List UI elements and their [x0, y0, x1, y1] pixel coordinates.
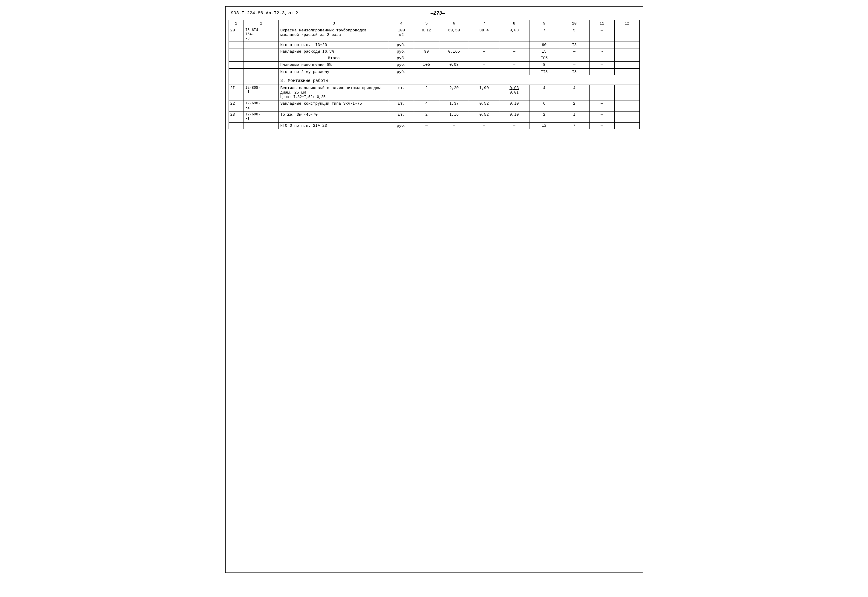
cell-row23-col1: 23 — [228, 111, 243, 123]
header-col9: 9 — [529, 20, 559, 27]
header-col2: 2 — [243, 20, 278, 27]
nakladnie-col3: Накладные расходы I6,5% — [279, 48, 389, 55]
cell-row21-col9: 4 — [529, 85, 559, 101]
table-row: 2I I2-808--I Вентиль сальниковый с эл.ма… — [228, 85, 640, 101]
plan-col2 — [243, 62, 278, 68]
section3-col3: 3. Монтажные работы — [279, 75, 389, 85]
section2-total-col12 — [614, 68, 640, 75]
final-total-col9: I2 — [529, 123, 559, 129]
header-col7: 7 — [469, 20, 499, 27]
cell-row22-col1: 22 — [228, 101, 243, 111]
plan-col7: — — [469, 62, 499, 68]
section3-header: 3. Монтажные работы — [228, 75, 640, 85]
cell-row21-col10: 4 — [559, 85, 590, 101]
header-col8: 8 — [499, 20, 529, 27]
table-row: 20 I5-6I4I64--8 Окраска неизолированных … — [228, 27, 640, 42]
page-container: 903-I-224.86 Ал.I2.3,кн.2 —273— 1 2 3 4 — [225, 6, 643, 573]
nakladnie-col8: — — [499, 48, 529, 55]
final-total-col12 — [614, 123, 640, 129]
cell-row23-col11: — — [589, 111, 614, 123]
cell-row20-col4: I00м2 — [389, 27, 414, 42]
cell-row22-col3: Закладные конструкции типа Зкч-I-75 — [279, 101, 389, 111]
itogo-col7: — — [469, 55, 499, 62]
plan-col12 — [614, 62, 640, 68]
final-total-col8: — — [499, 123, 529, 129]
cell-row20-col11: — — [589, 27, 614, 42]
cell-row21-col3: Вентиль сальниковый с эл.магнитным приво… — [279, 85, 389, 101]
itogo-col11: — — [589, 55, 614, 62]
main-table: 1 2 3 4 5 6 7 8 9 10 11 12 20 I5-6I4I64-… — [228, 20, 640, 129]
cell-row22-col6: I,37 — [439, 101, 469, 111]
cell-row23-col6: I,I6 — [439, 111, 469, 123]
section2-total-col1 — [228, 68, 243, 75]
doc-title: 903-I-224.86 Ал.I2.3,кн.2 — [231, 11, 298, 16]
subtotal-row1-col9: 90 — [529, 42, 559, 48]
cell-row21-col12 — [614, 85, 640, 101]
subtotal-row1-col5: — — [414, 42, 439, 48]
plan-col11: — — [589, 62, 614, 68]
page-number: —273— — [298, 11, 578, 16]
cell-row22-col2: I2-698--2 — [243, 101, 278, 111]
itogo-col5: — — [414, 55, 439, 62]
nakladnie-col2 — [243, 48, 278, 55]
cell-row20-col10: 5 — [559, 27, 590, 42]
section2-total-col6: — — [439, 68, 469, 75]
plan-col4: руб. — [389, 62, 414, 68]
cell-row23-col3: То же, Зкч-45-70 — [279, 111, 389, 123]
plan-col3: Плановые накопления 8% — [279, 62, 389, 68]
table-row: Итого руб. — — — — I05 — — — [228, 55, 640, 62]
cell-row20-col1: 20 — [228, 27, 243, 42]
cell-row21-col1: 2I — [228, 85, 243, 101]
nakladnie-col12 — [614, 48, 640, 55]
nakladnie-col4: руб. — [389, 48, 414, 55]
itogo-col4: руб. — [389, 55, 414, 62]
itogo-col6: — — [439, 55, 469, 62]
itogo-col12 — [614, 55, 640, 62]
table-row: ИТОГО по п.п. 2I÷ 23 руб. — — — — I2 7 — — [228, 123, 640, 129]
header-col3: 3 — [279, 20, 389, 27]
cell-row22-col7: 0,52 — [469, 101, 499, 111]
header-col4: 4 — [389, 20, 414, 27]
section2-total-col4: руб. — [389, 68, 414, 75]
cell-row21-col6: 2,20 — [439, 85, 469, 101]
nakladnie-col5: 90 — [414, 48, 439, 55]
nakladnie-col1 — [228, 48, 243, 55]
cell-row22-col9: 6 — [529, 101, 559, 111]
subtotal-row1-col6: — — [439, 42, 469, 48]
header-col5: 5 — [414, 20, 439, 27]
section3-col1 — [228, 75, 243, 85]
table-row: Итого по 2-му разделу руб. — — — — II3 I… — [228, 68, 640, 75]
subtotal-row1-col7: — — [469, 42, 499, 48]
itogo-col2 — [243, 55, 278, 62]
section2-total-col3: Итого по 2-му разделу — [279, 68, 389, 75]
cell-row20-col8: 0,03— — [499, 27, 529, 42]
table-row: 23 I2-698--I То же, Зкч-45-70 шт. 2 I,I6… — [228, 111, 640, 123]
nakladnie-col10: — — [559, 48, 590, 55]
header-col11: 11 — [589, 20, 614, 27]
nakladnie-col11: ~ — [589, 48, 614, 55]
header-row: 1 2 3 4 5 6 7 8 9 10 11 12 — [228, 20, 640, 27]
final-total-col1 — [228, 123, 243, 129]
final-total-col7: — — [469, 123, 499, 129]
cell-row20-col9: 7 — [529, 27, 559, 42]
itogo-col3: Итого — [279, 55, 389, 62]
section2-total-col10: I3 — [559, 68, 590, 75]
subtotal-row1-col10: I3 — [559, 42, 590, 48]
section2-total-col5: — — [414, 68, 439, 75]
cell-row23-col7: 0,52 — [469, 111, 499, 123]
cell-row21-col2: I2-808--I — [243, 85, 278, 101]
subtotal-row1-col8: — — [499, 42, 529, 48]
table-row: Итого по п.п. I3÷20 руб. — — — — 90 I3 — — [228, 42, 640, 48]
final-total-col11: — — [589, 123, 614, 129]
subtotal-row1-col1 — [228, 42, 243, 48]
cell-row22-col5: 4 — [414, 101, 439, 111]
cell-row22-col10: 2 — [559, 101, 590, 111]
plan-col8: — — [499, 62, 529, 68]
section3-empty — [389, 75, 640, 85]
cell-row23-col8: 0,I0— — [499, 111, 529, 123]
doc-header: 903-I-224.86 Ал.I2.3,кн.2 —273— — [228, 10, 640, 17]
final-total-col3: ИТОГО по п.п. 2I÷ 23 — [279, 123, 389, 129]
header-col6: 6 — [439, 20, 469, 27]
plan-col10: — — [559, 62, 590, 68]
final-total-col10: 7 — [559, 123, 590, 129]
